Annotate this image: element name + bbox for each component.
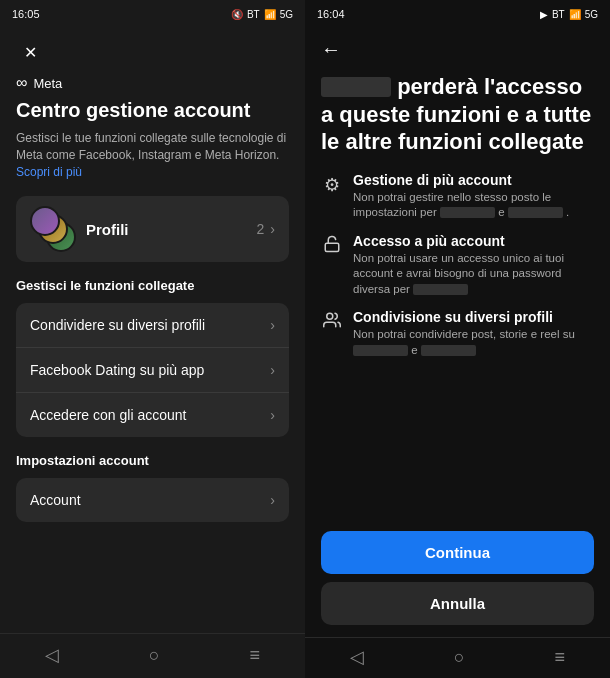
close-button[interactable]: ✕ [16,38,44,66]
settings-list: Account › [16,478,289,522]
close-icon: ✕ [24,43,37,62]
discover-link[interactable]: Scopri di più [16,165,82,179]
chevron-icon: › [270,492,275,508]
redacted-account-2 [508,207,563,218]
left-bottom-nav: ◁ ○ ≡ [0,633,305,678]
menu-item-access-accounts[interactable]: Accedere con gli account › [16,393,289,437]
profiles-left: Profili [30,206,129,252]
chevron-icon: › [270,362,275,378]
back-nav-icon[interactable]: ◁ [350,646,364,668]
cancel-button[interactable]: Annulla [321,582,594,625]
settings-title: Impostazioni account [16,453,289,468]
menu-item-label: Condividere su diversi profili [30,317,205,333]
meta-logo-text: Meta [33,76,62,91]
settings-gear-icon: ⚙ [321,174,343,196]
profiles-label: Profili [86,221,129,238]
feature-text-manage: Gestione di più account Non potrai gesti… [353,172,594,221]
right-status-icons: ▶ BT 📶 5G [540,9,598,20]
continue-button[interactable]: Continua [321,531,594,574]
unlock-icon [321,235,343,258]
left-panel: 16:05 🔇 BT 📶 5G ✕ ∞ Meta Centro gestione… [0,0,305,678]
redacted-account-1 [440,207,495,218]
avatar-stack [30,206,76,252]
left-status-bar: 16:05 🔇 BT 📶 5G [0,0,305,26]
feature-list: ⚙ Gestione di più account Non potrai ges… [321,172,594,359]
feature-item-access: Accesso a più account Non potrai usare u… [321,233,594,298]
right-time: 16:04 [317,8,345,20]
right-content: ← perderà l'accesso a queste funzioni e … [305,26,610,521]
feature-title: Condivisione su diversi profili [353,309,594,325]
profiles-chevron-icon: › [270,221,275,237]
profiles-count: 2 › [257,221,275,237]
menu-item-share-profiles[interactable]: Condividere su diversi profili › [16,303,289,348]
menu-item-facebook-dating[interactable]: Facebook Dating su più app › [16,348,289,393]
description: Gestisci le tue funzioni collegate sulle… [16,130,289,180]
menu-item-account[interactable]: Account › [16,478,289,522]
left-time: 16:05 [12,8,40,20]
menu-nav-icon[interactable]: ≡ [555,647,566,668]
feature-desc: Non potrai gestire nello stesso posto le… [353,190,594,221]
menu-list: Condividere su diversi profili › Faceboo… [16,303,289,437]
back-nav-icon[interactable]: ◁ [45,644,59,666]
feature-title: Gestione di più account [353,172,594,188]
home-nav-icon[interactable]: ○ [454,647,465,668]
meta-logo: ∞ Meta [16,74,289,92]
feature-text-share: Condivisione su diversi profili Non potr… [353,309,594,358]
people-icon [321,311,343,334]
redacted-account-5 [421,345,476,356]
right-bottom: Continua Annulla [305,521,610,637]
right-status-bar: 16:04 ▶ BT 📶 5G [305,0,610,26]
redacted-name [321,77,391,97]
feature-item-manage: ⚙ Gestione di più account Non potrai ges… [321,172,594,221]
section-title: Gestisci le funzioni collegate [16,278,289,293]
right-panel: 16:04 ▶ BT 📶 5G ← perderà l'accesso a qu… [305,0,610,678]
home-nav-icon[interactable]: ○ [149,645,160,666]
menu-item-label: Facebook Dating su più app [30,362,204,378]
chevron-icon: › [270,407,275,423]
meta-infinity-icon: ∞ [16,74,27,92]
svg-point-1 [327,313,333,319]
menu-item-label: Account [30,492,81,508]
left-content: ✕ ∞ Meta Centro gestione account Gestisc… [0,26,305,633]
svg-rect-0 [325,243,339,251]
warning-title: perderà l'accesso a queste funzioni e a … [321,73,594,156]
page-title: Centro gestione account [16,98,289,122]
redacted-account-4 [353,345,408,356]
chevron-icon: › [270,317,275,333]
profiles-row[interactable]: Profili 2 › [16,196,289,262]
redacted-account-3 [413,284,468,295]
left-status-icons: 🔇 BT 📶 5G [231,9,293,20]
feature-text-access: Accesso a più account Non potrai usare u… [353,233,594,298]
right-bottom-nav: ◁ ○ ≡ [305,637,610,678]
feature-desc: Non potrai condividere post, storie e re… [353,327,594,358]
feature-title: Accesso a più account [353,233,594,249]
feature-item-share: Condivisione su diversi profili Non potr… [321,309,594,358]
back-button[interactable]: ← [321,38,594,61]
feature-desc: Non potrai usare un accesso unico ai tuo… [353,251,594,298]
menu-item-label: Accedere con gli account [30,407,186,423]
menu-nav-icon[interactable]: ≡ [250,645,261,666]
